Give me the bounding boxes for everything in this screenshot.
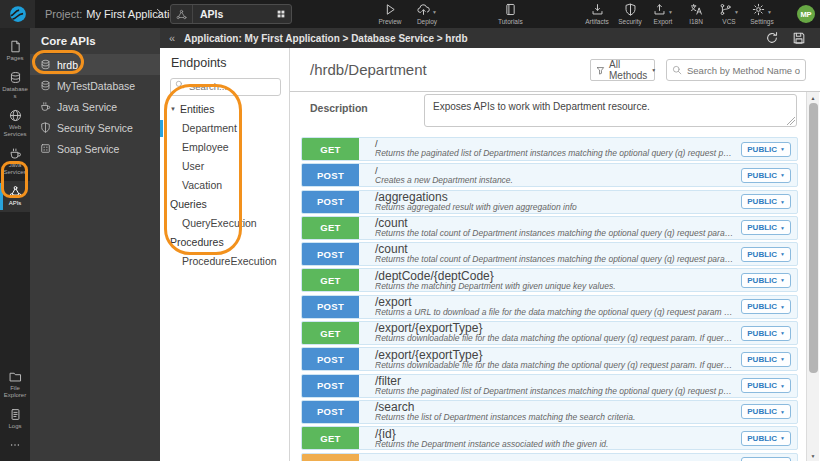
i18n-button[interactable]: ▼ I18N	[684, 2, 708, 25]
scrollbar-thumb[interactable]	[809, 103, 818, 373]
tab-apis[interactable]: APIs	[170, 4, 292, 24]
access-dropdown[interactable]: PUBLIC ▼	[741, 431, 791, 446]
settings-button[interactable]: ▼ Settings	[750, 2, 774, 25]
deploy-button[interactable]: ▼ Deploy	[415, 2, 439, 25]
api-endpoint-row: GET /count Returns the total count of De…	[301, 216, 798, 240]
access-dropdown[interactable]: PUBLIC ▼	[741, 247, 791, 262]
funnel-icon	[596, 66, 605, 75]
collapse-panel-icon[interactable]: «	[160, 32, 184, 44]
rail-bottom-group: File Explorer Logs	[0, 366, 30, 461]
endpoint-description: Returns the paginated list of Department…	[375, 149, 733, 159]
sidebar-item-pages[interactable]: Pages	[0, 36, 30, 67]
method-search-input[interactable]	[666, 59, 806, 81]
project-label: Project:	[45, 8, 82, 20]
description-textarea[interactable]: Exposes APIs to work with Department res…	[424, 94, 797, 127]
sidebar-item-databases[interactable]: Databases	[0, 67, 30, 105]
access-dropdown[interactable]: PUBLIC ▼	[741, 404, 791, 419]
endpoint-queryexecution[interactable]: ▼ QueryExecution	[160, 214, 289, 233]
access-dropdown[interactable]: PUBLIC ▼	[741, 168, 791, 183]
scroll-up-icon[interactable]: ▲	[807, 92, 819, 103]
access-dropdown[interactable]: PUBLIC ▼	[741, 220, 791, 235]
endpoint-department[interactable]: ▼ Department	[160, 119, 289, 138]
sidebar-item-file-explorer[interactable]: File Explorer	[0, 366, 30, 404]
folder-icon	[9, 370, 22, 383]
chevron-down-icon: ▼	[734, 8, 739, 16]
endpoint-vacation[interactable]: ▼ Vacation	[160, 176, 289, 195]
endpoint-procedureexecution[interactable]: ▼ ProcedureExecution	[160, 252, 289, 271]
chevron-down-icon: ▼	[780, 409, 785, 415]
artifacts-button[interactable]: ▼ Artifacts	[585, 2, 609, 25]
method-badge: GET	[302, 427, 359, 449]
access-dropdown[interactable]: PUBLIC ▼	[741, 142, 791, 157]
core-api-hrdb[interactable]: hrdb	[30, 54, 160, 75]
chevron-down-icon: ▼	[780, 172, 785, 178]
scroll-down-icon[interactable]: ▼	[807, 450, 819, 461]
sidebar-item-java-services[interactable]: Java Services	[0, 143, 30, 181]
wavemaker-logo[interactable]	[0, 0, 35, 28]
endpoint-description: Creates a new Department instance.	[375, 176, 733, 186]
method-badge: GET	[302, 138, 359, 160]
sidebar-item-logs[interactable]: Logs	[0, 404, 30, 435]
access-dropdown[interactable]: PUBLIC ▼	[741, 194, 791, 209]
project-name: My First Application	[86, 8, 181, 20]
endpoint-description: Returns the Department instance associat…	[375, 440, 733, 450]
endpoint-path: /export/{exportType}	[375, 322, 733, 334]
endpoint-procedures[interactable]: ▼ Procedures	[160, 233, 289, 252]
endpoints-panel: Endpoints ▼ Entities ▼ Department ▼ Empl…	[160, 48, 290, 461]
export-button[interactable]: ▼ Export	[651, 2, 675, 25]
endpoint-user[interactable]: ▼ User	[160, 157, 289, 176]
resize-handle[interactable]	[787, 117, 795, 125]
avatar[interactable]: MP	[797, 5, 815, 23]
logo-icon	[9, 5, 27, 23]
endpoint-entities[interactable]: ▼ Entities	[160, 100, 289, 119]
endpoint-description: Returns aggregated result with given agg…	[375, 203, 733, 213]
methods-filter-label: All Methods	[609, 59, 647, 81]
endpoint-employee[interactable]: ▼ Employee	[160, 138, 289, 157]
search-icon	[175, 80, 184, 89]
save-icon[interactable]	[792, 31, 806, 45]
preview-button[interactable]: ▼ Preview	[378, 2, 402, 25]
endpoint-description: Returns the list of Department instances…	[375, 413, 733, 423]
topbar-actions-left: ▼ Preview ▼ Deploy ▼ Tutorials	[378, 2, 523, 25]
chevron-down-icon: ▼	[780, 304, 785, 310]
method-badge: PUT	[302, 454, 359, 461]
breadcrumb-bar: « Application: My First Application > Da…	[160, 28, 820, 48]
endpoint-description: Returns downloadable file for the data m…	[375, 361, 733, 371]
main-header: /hrdb/Department All Methods ▼	[290, 48, 820, 92]
grid-icon[interactable]	[271, 9, 291, 19]
access-dropdown[interactable]: PUBLIC ▼	[741, 352, 791, 367]
security-button[interactable]: ▼ Security	[618, 2, 642, 25]
refresh-icon[interactable]	[765, 31, 779, 45]
core-api-mytestdatabase[interactable]: MyTestDatabase	[30, 75, 160, 96]
sidebar-item-web-services[interactable]: Web Services	[0, 105, 30, 143]
scrollbar[interactable]: ▲ ▼	[806, 92, 819, 461]
endpoint-description: Returns downloadable file for the data m…	[375, 334, 733, 344]
access-dropdown[interactable]: PUBLIC ▼	[741, 299, 791, 314]
database-icon	[40, 59, 51, 70]
more-button[interactable]	[0, 435, 30, 457]
sidebar-item-apis[interactable]: APIs	[0, 181, 30, 212]
core-api-java-service[interactable]: Java Service	[30, 96, 160, 117]
database-icon	[40, 80, 51, 91]
endpoint-queries[interactable]: ▼ Queries	[160, 195, 289, 214]
core-apis-panel: Core APIs hrdb MyTestDatabase Java Servi…	[30, 28, 160, 461]
api-icon	[9, 185, 22, 198]
access-dropdown[interactable]: PUBLIC ▼	[741, 378, 791, 393]
endpoint-description: Returns the paginated list of Department…	[375, 387, 733, 397]
endpoint-path: /export/{exportType}	[375, 349, 733, 361]
vcs-button[interactable]: ▼ VCS	[717, 2, 741, 25]
method-badge: GET	[302, 217, 359, 239]
i18n-icon	[690, 3, 703, 16]
tutorials-button[interactable]: ▼ Tutorials	[498, 2, 523, 25]
access-dropdown[interactable]: PUBLIC ▼	[741, 273, 791, 288]
access-dropdown[interactable]: PUBLIC ▼	[741, 457, 791, 461]
core-api-soap-service[interactable]: Soap Service	[30, 138, 160, 159]
log-file-icon	[9, 408, 22, 421]
endpoints-search-input[interactable]	[170, 78, 281, 96]
api-endpoint-row: GET /export/{exportType} Returns downloa…	[301, 321, 798, 345]
methods-filter-dropdown[interactable]: All Methods ▼	[590, 59, 655, 81]
chevron-down-icon: ▼	[780, 199, 785, 205]
core-api-security-service[interactable]: Security Service	[30, 117, 160, 138]
endpoint-path: /count	[375, 217, 733, 229]
access-dropdown[interactable]: PUBLIC ▼	[741, 326, 791, 341]
